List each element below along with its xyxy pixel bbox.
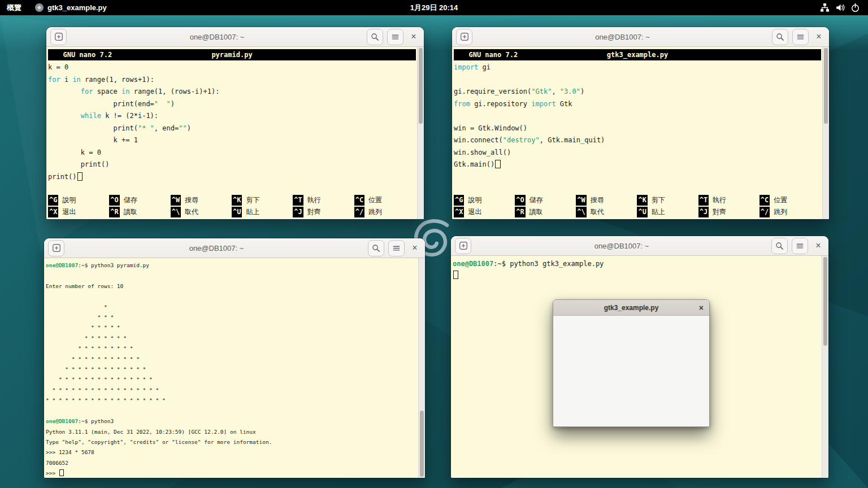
text-segment: "destroy" [503,136,540,144]
terminal-line: * [46,302,417,312]
headerbar: one@DB1007: ~ × [46,27,424,47]
shortcut-key: ^/ [354,207,364,217]
terminal-line: Enter number of rows: 10 [46,281,417,291]
new-tab-button[interactable] [48,240,64,256]
text-segment: one@DB1007 [46,418,78,424]
menu-button[interactable] [388,240,405,256]
text-segment: * * * * * [46,324,120,330]
headerbar: one@DB1007: ~ × [44,238,425,258]
nano-shortcut: ^\取代 [576,207,637,217]
text-segment: range(1, rows+1): [81,76,154,84]
activities-button[interactable]: 概覽 [0,0,28,15]
text-segment: Gtk [556,100,572,108]
terminal-line: * * * * * * * * * * * * * * * * * [46,385,417,395]
system-status-area[interactable] [820,3,868,12]
terminal-content[interactable]: GNU nano 7.2 pyramid.py k = 0for i in ra… [46,47,424,219]
hamburger-menu-icon [392,244,401,252]
shortcut-label: 執行 [713,195,726,206]
scrollbar-thumb[interactable] [823,257,827,346]
search-icon [776,33,784,41]
terminal-line: one@DB1007:~$ python3 pyramid.py [46,260,417,271]
text-segment: Gtk.main() [454,160,494,168]
menu-button[interactable] [792,238,808,254]
nano-titlebar: GNU nano 7.2 pyramid.py [48,49,416,60]
terminal-line: * * * * * * * [46,333,417,343]
app-name: gtk3_example.py [47,3,107,12]
gtk-titlebar[interactable]: gtk3_example.py × [553,300,709,316]
nano-shortcut: ^G說明 [454,195,515,206]
search-button[interactable] [772,29,788,45]
scrollbar[interactable] [822,256,828,478]
clock[interactable]: 1月29日 20:14 [0,3,868,13]
close-button[interactable]: × [813,29,825,45]
text-segment: "Gtk" [531,88,552,95]
nano-shortcut: ^J對齊 [698,207,760,217]
close-button[interactable]: × [407,29,420,45]
text-segment: one@DB1007 [46,262,78,268]
new-tab-button[interactable] [456,29,472,45]
code-line: win.connect("destroy", Gtk.main_quit) [454,134,821,147]
shortcut-label: 儲存 [124,195,137,206]
search-button[interactable] [368,240,384,256]
menu-button[interactable] [387,29,403,45]
hamburger-menu-icon [796,33,805,41]
nano-shortcut: ^O儲存 [515,195,576,206]
shortcut-label: 剪下 [246,195,259,206]
code-line: win = Gtk.Window() [454,123,821,135]
top-panel: 概覽 gtk3_example.py 1月29日 20:14 [0,0,868,15]
text-segment: print(end= [48,100,154,108]
terminal-line: * * * [46,312,417,323]
scrollbar[interactable] [418,258,425,478]
new-tab-button[interactable] [50,29,67,45]
text-segment: gi [478,63,491,71]
close-button[interactable]: × [812,238,824,254]
text-segment: , [552,88,559,95]
menu-button[interactable] [792,29,809,45]
terminal-text: one@DB1007:~$ python3 gtk3_example.py [453,258,821,281]
desktop: 概覽 gtk3_example.py 1月29日 20:14 [0,0,868,488]
shortcut-key: ^T [293,195,303,206]
focused-app-menu[interactable]: gtk3_example.py [28,0,114,15]
close-button[interactable]: × [409,241,421,256]
nano-shortcut: ^/跳列 [354,207,415,217]
text-segment: win.connect( [454,136,503,144]
terminal-content[interactable]: GNU nano 7.2 gtk3_example.py import gi g… [452,47,829,219]
new-tab-icon [52,243,61,252]
shortcut-label: 剪下 [652,195,665,206]
terminal-line [46,271,417,281]
new-tab-button[interactable] [455,238,471,254]
scrollbar-thumb[interactable] [824,48,828,124]
gtk-close-button[interactable]: × [693,303,709,312]
code-line: from gi.repository import Gtk [454,98,821,111]
shortcut-key: ^W [576,195,586,206]
terminal-content[interactable]: one@DB1007:~$ python3 pyramid.py Enter n… [44,258,425,478]
search-icon [372,244,380,252]
search-button[interactable] [771,238,788,254]
scrollbar[interactable] [822,47,829,219]
nano-shortcut: ^T執行 [293,195,354,206]
text-segment: print( [48,124,138,132]
text-segment: "3.0" [560,88,580,95]
code-line: win.show_all() [454,147,821,159]
text-segment: ) [187,124,191,132]
text-segment: 7006652 [46,460,68,466]
shortcut-label: 說明 [468,195,481,206]
text-segment: ) [171,100,175,108]
text-segment: in [72,76,80,84]
text-segment: * * * * * * * * * * * * * * * * * * * [46,397,166,403]
new-tab-icon [54,32,63,41]
scrollbar-thumb[interactable] [420,411,424,477]
code-line: for i in range(1, rows+1): [48,74,416,86]
scrollbar[interactable] [417,47,424,219]
search-button[interactable] [367,29,383,45]
headerbar: one@DB1007: ~ × [452,27,829,47]
code-line: print(end=" ") [48,98,416,111]
scrollbar-thumb[interactable] [419,48,423,124]
nano-shortcut: ^K剪下 [637,195,698,206]
code-line: print() [48,159,416,171]
text-segment: space [93,88,121,95]
shortcut-key: ^/ [760,207,770,217]
text-segment: k = 0 [48,63,68,71]
terminal-line: one@DB1007:~$ python3 [46,416,417,426]
shortcut-label: 讀取 [124,207,137,217]
